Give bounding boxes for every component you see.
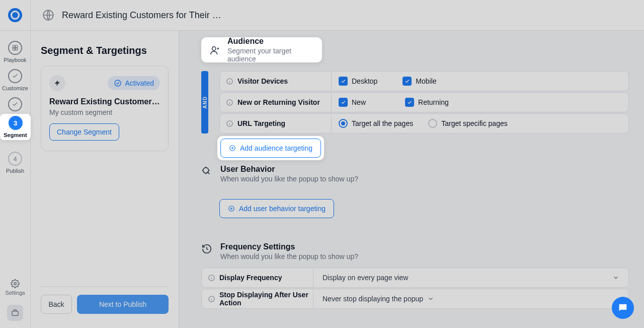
frequency-stop-select[interactable]: Never stop displaying the popup bbox=[313, 295, 628, 303]
top-bar: Reward Existing Customers for Their … bbox=[0, 0, 644, 31]
svg-point-7 bbox=[115, 80, 121, 86]
settings-link[interactable]: Settings bbox=[5, 279, 25, 296]
svg-rect-2 bbox=[16, 45, 18, 47]
history-icon bbox=[201, 243, 212, 254]
step-label: Playbook bbox=[4, 57, 26, 63]
svg-point-15 bbox=[212, 47, 216, 50]
checkbox-desktop[interactable]: Desktop bbox=[339, 77, 377, 86]
briefcase-icon bbox=[11, 309, 19, 317]
info-icon bbox=[226, 99, 233, 106]
checkbox-returning[interactable]: Returning bbox=[405, 98, 449, 107]
rule-visitor-devices: Visitor Devices Desktop Mobile bbox=[219, 71, 629, 91]
checkbox-new[interactable]: New bbox=[339, 98, 366, 107]
svg-rect-4 bbox=[16, 48, 18, 50]
svg-rect-6 bbox=[12, 311, 18, 316]
add-behavior-button[interactable]: Add user behavior targeting bbox=[219, 199, 334, 218]
rule-new-returning: New or Returning Visitor New Returning bbox=[219, 92, 629, 112]
chat-fab[interactable] bbox=[612, 297, 634, 319]
add-audience-highlight: Add audience targeting bbox=[217, 136, 324, 160]
frequency-display-row: Display Frequency Display on every page … bbox=[201, 268, 629, 288]
svg-rect-1 bbox=[13, 45, 15, 47]
sidebar: Playbook Customize Style 4 Publish Setti… bbox=[0, 31, 31, 328]
info-icon bbox=[208, 274, 215, 282]
add-audience-button[interactable]: Add audience targeting bbox=[220, 139, 321, 158]
person-icon bbox=[209, 45, 220, 56]
svg-rect-3 bbox=[13, 48, 15, 50]
chevron-down-icon bbox=[612, 274, 619, 281]
plus-circle-icon bbox=[228, 205, 235, 212]
behavior-head: User Behavior When would you like the po… bbox=[201, 165, 629, 183]
sidebar-step-customize[interactable]: Customize bbox=[0, 66, 31, 94]
card-sub: My custom segment bbox=[49, 108, 160, 116]
back-button[interactable]: Back bbox=[41, 295, 72, 314]
sidebar-step-playbook[interactable]: Playbook bbox=[0, 38, 31, 66]
rule-url-targeting: URL Targeting Target all the pages Targe… bbox=[219, 113, 629, 134]
radio-target-specific[interactable]: Target specific pages bbox=[428, 119, 508, 128]
info-icon bbox=[208, 295, 215, 303]
frequency-display-select[interactable]: Display on every page view bbox=[313, 274, 628, 282]
bolt-icon bbox=[49, 75, 65, 91]
chevron-down-icon bbox=[427, 295, 434, 302]
chat-icon bbox=[617, 302, 628, 313]
checkbox-mobile[interactable]: Mobile bbox=[403, 77, 436, 86]
radio-target-all[interactable]: Target all the pages bbox=[339, 119, 413, 128]
main-content: AND Visitor Devices Desktop Mobile New o… bbox=[179, 31, 644, 328]
app-logo[interactable] bbox=[0, 0, 31, 31]
card-heading: Reward Existing Customers for Th… bbox=[49, 97, 160, 106]
sidebar-step-segment[interactable]: 3 Segment bbox=[0, 114, 31, 140]
next-button[interactable]: Next to Publish bbox=[77, 295, 169, 314]
info-icon bbox=[226, 120, 233, 127]
cursor-click-icon bbox=[201, 166, 212, 177]
change-segment-button[interactable]: Change Segment bbox=[49, 123, 119, 141]
sidebar-step-publish[interactable]: 4 Publish bbox=[0, 149, 31, 177]
check-circle-icon bbox=[114, 79, 122, 87]
plus-circle-icon bbox=[229, 145, 236, 152]
and-rail: AND bbox=[201, 71, 208, 134]
panel-title: Segment & Targetings bbox=[41, 45, 169, 56]
info-icon bbox=[226, 78, 233, 85]
frequency-stop-row: Stop Displaying After User Action Never … bbox=[201, 289, 629, 309]
page-title: Reward Existing Customers for Their … bbox=[62, 10, 221, 21]
globe-icon bbox=[42, 9, 55, 22]
gear-icon bbox=[11, 279, 20, 288]
audience-rules: AND Visitor Devices Desktop Mobile New o… bbox=[201, 71, 629, 134]
frequency-head: Frequency Settings When would you like t… bbox=[201, 242, 629, 260]
step-label: Publish bbox=[6, 168, 24, 174]
status-badge: Activated bbox=[108, 76, 160, 90]
audience-header-highlight: Audience Segment your target audience bbox=[201, 37, 322, 62]
svg-point-5 bbox=[14, 283, 17, 285]
step-label: Customize bbox=[2, 85, 28, 91]
briefcase-button[interactable] bbox=[7, 305, 23, 321]
segment-card: Activated Reward Existing Customers for … bbox=[41, 65, 169, 151]
segment-panel: Segment & Targetings Activated Reward Ex… bbox=[31, 31, 179, 328]
